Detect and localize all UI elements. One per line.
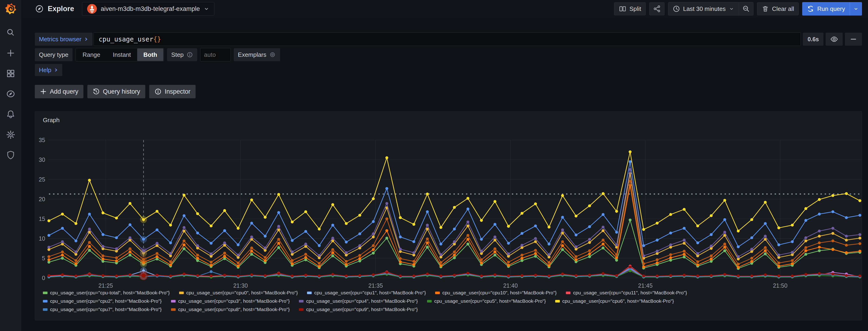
run-query-main[interactable]: Run query <box>802 2 850 16</box>
clear-all-label: Clear all <box>772 5 794 12</box>
inspector-button[interactable]: Inspector <box>149 85 195 98</box>
datasource-name: aiven-m3db-m3db-telegraf-example <box>101 5 200 12</box>
legend-row: cpu_usage_user{cpu="cpu2", host="MacBook… <box>43 298 696 304</box>
svg-text:0: 0 <box>42 275 45 281</box>
explore-compass-icon[interactable] <box>5 89 16 99</box>
chevron-down-icon <box>853 6 859 11</box>
panel-title[interactable]: Graph <box>43 117 60 124</box>
dashboards-icon[interactable] <box>5 68 16 79</box>
sync-icon <box>807 5 814 12</box>
legend-item[interactable]: cpu_usage_user{cpu="cpu4", host="MacBook… <box>299 298 418 304</box>
query-history-button[interactable]: Query history <box>87 85 145 98</box>
trash-icon <box>762 5 769 12</box>
legend-item[interactable]: cpu_usage_user{cpu="cpu-total", host="Ma… <box>43 290 170 296</box>
legend-label: cpu_usage_user{cpu="cpu10", host="MacBoo… <box>442 290 557 296</box>
time-range-label: Last 30 minutes <box>683 5 726 12</box>
add-query-label: Add query <box>50 88 78 95</box>
legend-item[interactable]: cpu_usage_user{cpu="cpu1", host="MacBook… <box>307 290 426 296</box>
query-expression: cpu_usage_user <box>98 35 153 43</box>
graph-legend: cpu_usage_user{cpu="cpu-total", host="Ma… <box>43 290 696 312</box>
query-type-range[interactable]: Range <box>76 49 106 61</box>
grafana-logo-icon <box>3 2 18 16</box>
legend-swatch <box>299 300 304 302</box>
legend-item[interactable]: cpu_usage_user{cpu="cpu8", host="MacBook… <box>171 307 290 312</box>
legend-label: cpu_usage_user{cpu="cpu9", host="MacBook… <box>306 307 418 312</box>
exemplars-chip: Exemplars <box>234 48 280 61</box>
legend-item[interactable]: cpu_usage_user{cpu="cpu5", host="MacBook… <box>427 298 546 304</box>
query-type-instant[interactable]: Instant <box>106 49 137 61</box>
step-input[interactable] <box>200 48 231 61</box>
legend-swatch <box>427 300 432 302</box>
chevron-right-icon <box>54 68 58 72</box>
svg-text:21:40: 21:40 <box>503 282 518 289</box>
toggle-visibility-button[interactable] <box>826 33 843 46</box>
split-button[interactable]: Split <box>614 2 646 15</box>
svg-text:5: 5 <box>42 255 45 262</box>
promql-query-input[interactable]: cpu_usage_user{} <box>94 32 801 46</box>
chevron-down-icon <box>204 6 210 12</box>
toolbar-row: Add query Query history Inspector <box>35 85 862 98</box>
chevron-right-icon <box>84 37 88 41</box>
alerting-bell-icon[interactable] <box>5 109 16 120</box>
svg-text:21:45: 21:45 <box>638 282 653 289</box>
legend-label: cpu_usage_user{cpu="cpu0", host="MacBook… <box>186 290 298 296</box>
info-icon <box>187 52 193 58</box>
admin-shield-icon[interactable] <box>5 150 16 160</box>
legend-item[interactable]: cpu_usage_user{cpu="cpu2", host="MacBook… <box>43 298 162 304</box>
legend-item[interactable]: cpu_usage_user{cpu="cpu7", host="MacBook… <box>43 307 162 312</box>
time-range-button[interactable]: Last 30 minutes <box>668 2 739 15</box>
query-history-label: Query history <box>103 88 140 95</box>
legend-item[interactable]: cpu_usage_user{cpu="cpu10", host="MacBoo… <box>435 290 557 296</box>
create-plus-icon[interactable] <box>5 48 16 58</box>
help-label: Help <box>39 66 51 74</box>
legend-swatch <box>43 300 48 302</box>
share-button[interactable] <box>649 2 664 15</box>
legend-swatch <box>171 300 176 302</box>
legend-row: cpu_usage_user{cpu="cpu-total", host="Ma… <box>43 290 696 296</box>
legend-item[interactable]: cpu_usage_user{cpu="cpu3", host="MacBook… <box>171 298 290 304</box>
legend-swatch <box>179 292 184 294</box>
settings-gear-icon[interactable] <box>5 129 16 140</box>
svg-text:21:30: 21:30 <box>233 282 248 289</box>
legend-item[interactable]: cpu_usage_user{cpu="cpu6", host="MacBook… <box>555 298 674 304</box>
page-title: Explore <box>48 5 74 13</box>
explore-header: Explore <box>35 4 74 13</box>
time-picker: Last 30 minutes <box>668 2 753 16</box>
metrics-browser-button[interactable]: Metrics browser <box>35 33 92 46</box>
help-button[interactable]: Help <box>35 64 62 76</box>
graph-canvas[interactable]: 0510152025303521:2521:3021:3521:4021:452… <box>35 112 862 320</box>
legend-item[interactable]: cpu_usage_user{cpu="cpu0", host="MacBook… <box>179 290 298 296</box>
step-label-chip: Step <box>167 48 197 61</box>
zoom-out-button[interactable] <box>739 2 753 15</box>
exemplars-toggle-icon[interactable] <box>269 51 276 58</box>
run-query-caret[interactable] <box>850 2 862 16</box>
legend-swatch <box>171 308 176 311</box>
grafana-logo[interactable] <box>0 0 21 18</box>
clear-all-button[interactable]: Clear all <box>757 2 799 15</box>
query-type-label: Query type <box>35 48 72 61</box>
legend-label: cpu_usage_user{cpu="cpu5", host="MacBook… <box>434 298 546 304</box>
remove-query-button[interactable] <box>845 33 862 46</box>
minus-icon <box>849 35 858 43</box>
query-exec-time: 0.6s <box>803 33 824 46</box>
legend-row: cpu_usage_user{cpu="cpu7", host="MacBook… <box>43 307 696 312</box>
share-icon <box>653 5 661 13</box>
run-query-button: Run query <box>802 2 862 16</box>
datasource-picker[interactable]: aiven-m3db-m3db-telegraf-example <box>82 2 215 16</box>
run-query-label: Run query <box>817 5 845 12</box>
svg-text:15: 15 <box>39 216 45 222</box>
legend-swatch <box>435 292 440 294</box>
chevron-down-icon <box>729 6 734 11</box>
legend-item[interactable]: cpu_usage_user{cpu="cpu11", host="MacBoo… <box>566 290 687 296</box>
query-type-both[interactable]: Both <box>137 49 163 61</box>
svg-text:25: 25 <box>39 176 45 183</box>
legend-item[interactable]: cpu_usage_user{cpu="cpu9", host="MacBook… <box>299 307 418 312</box>
svg-text:10: 10 <box>39 235 45 242</box>
plus-icon <box>40 88 47 95</box>
step-label: Step <box>171 51 184 58</box>
nav-actions: Split Last 30 minutes <box>614 2 862 16</box>
add-query-button[interactable]: Add query <box>35 85 84 98</box>
legend-label: cpu_usage_user{cpu="cpu3", host="MacBook… <box>178 298 290 304</box>
search-icon[interactable] <box>5 27 16 38</box>
explore-content: Metrics browser cpu_usage_user{} 0.6s Qu… <box>21 18 868 331</box>
